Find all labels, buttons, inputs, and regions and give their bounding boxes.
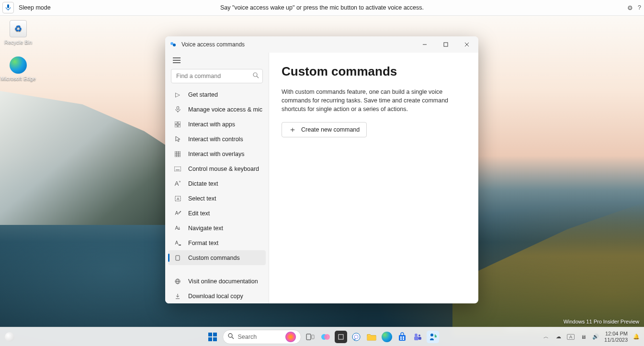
svg-point-51 xyxy=(418,335,420,336)
sidebar-item-label: Dictate text xyxy=(188,180,218,187)
voice-access-bar: Sleep mode Say "voice access wake up" or… xyxy=(0,0,644,16)
sidebar-item-edit-text[interactable]: Edit text xyxy=(165,206,269,221)
svg-point-54 xyxy=(430,334,433,336)
sidebar-item-docs[interactable]: Visit online documentation xyxy=(165,274,269,289)
sidebar-item-select-text[interactable]: ASelect text xyxy=(165,191,269,206)
svg-rect-55 xyxy=(435,335,436,337)
voice-access-hint: Say "voice access wake up" or press the … xyxy=(0,4,644,11)
svg-rect-31 xyxy=(208,333,212,336)
taskbar-app-widgets[interactable] xyxy=(335,331,347,343)
sidebar-item-interact-controls[interactable]: Interact with controls xyxy=(165,132,269,146)
sidebar-item-label: Format text xyxy=(188,240,218,246)
recycle-bin-icon: ♻ xyxy=(10,20,27,37)
svg-rect-3 xyxy=(444,43,448,46)
svg-rect-52 xyxy=(414,336,418,340)
apps-icon xyxy=(173,122,182,127)
page-title: Custom commands xyxy=(282,64,466,79)
tray-network-icon[interactable]: 🖥 xyxy=(579,334,587,340)
page-description: With custom commands feature, one can bu… xyxy=(282,88,466,113)
taskbar-app-copilot[interactable] xyxy=(319,331,332,343)
hamburger-button[interactable] xyxy=(168,55,185,66)
svg-point-35 xyxy=(228,334,232,337)
search-input[interactable] xyxy=(171,69,263,83)
sidebar-item-download[interactable]: Download local copy xyxy=(165,289,269,303)
svg-rect-37 xyxy=(306,334,311,340)
svg-point-40 xyxy=(324,334,330,340)
mic-toggle-button[interactable] xyxy=(2,2,14,13)
main-content: Custom commands With custom commands fea… xyxy=(269,53,478,303)
edge-icon xyxy=(382,332,392,342)
tray-language-icon[interactable]: A xyxy=(567,334,575,340)
windows-icon xyxy=(208,332,217,342)
sidebar-item-label: Custom commands xyxy=(188,255,240,261)
sidebar-item-get-started[interactable]: ▷Get started xyxy=(165,87,269,102)
taskbar-search-placeholder: Search xyxy=(238,334,257,340)
svg-rect-47 xyxy=(403,336,404,338)
sidebar: ▷Get started Manage voice access & mic I… xyxy=(165,53,269,303)
taskbar-search[interactable]: Search xyxy=(223,330,301,344)
window-title: Voice access commands xyxy=(181,41,245,48)
sidebar-item-label: Navigate text xyxy=(188,225,223,232)
mic-icon xyxy=(173,106,182,112)
desktop-icon-edge[interactable]: Microsoft Edge xyxy=(0,56,36,81)
custom-icon xyxy=(173,255,182,261)
svg-rect-53 xyxy=(418,337,421,340)
taskbar-clock[interactable]: 12:04 PM 11/1/2023 xyxy=(604,331,628,343)
create-button-label: Create new command xyxy=(301,126,360,133)
sidebar-item-interact-overlays[interactable]: Interact with overlays xyxy=(165,146,269,161)
sidebar-item-manage-mic[interactable]: Manage voice access & mic xyxy=(165,102,269,117)
sidebar-item-label: Get started xyxy=(188,91,218,98)
sidebar-item-format-text[interactable]: Format text xyxy=(165,235,269,250)
sidebar-item-navigate-text[interactable]: Navigate text xyxy=(165,221,269,235)
taskbar-app-teams[interactable] xyxy=(411,331,424,343)
select-text-icon: A xyxy=(173,196,182,201)
desktop-icon-label: Microsoft Edge xyxy=(0,76,36,81)
svg-rect-16 xyxy=(178,125,181,127)
help-icon[interactable]: ? xyxy=(638,4,641,11)
taskbar-app-chat[interactable] xyxy=(350,331,362,343)
taskbar-app-explorer[interactable] xyxy=(365,331,378,343)
sidebar-item-custom-commands[interactable]: Custom commands xyxy=(168,250,266,265)
task-view-button[interactable] xyxy=(304,331,316,343)
sidebar-item-control-mouse[interactable]: Control mouse & keyboard xyxy=(165,161,269,176)
search-icon[interactable] xyxy=(253,72,259,80)
search-icon xyxy=(228,333,234,341)
taskbar: Search ︿ ☁ A 🖥 🔊 12:04 PM 11/1/2023 🔔 xyxy=(0,327,644,346)
voice-access-commands-window: Voice access commands ▷Get started Manag… xyxy=(165,36,478,303)
taskbar-center: Search xyxy=(205,330,439,344)
window-titlebar[interactable]: Voice access commands xyxy=(165,36,478,53)
close-button[interactable] xyxy=(456,36,477,53)
svg-line-10 xyxy=(257,76,259,78)
format-icon xyxy=(173,240,182,246)
svg-point-0 xyxy=(170,42,173,45)
task-view-icon xyxy=(306,334,315,340)
desktop-icon-label: Recycle Bin xyxy=(0,39,36,45)
desktop-icon-recycle-bin[interactable]: ♻ Recycle Bin xyxy=(0,20,36,45)
taskbar-app-store[interactable] xyxy=(396,331,408,343)
tray-onedrive-icon[interactable]: ☁ xyxy=(554,334,562,340)
tray-chevron-up-icon[interactable]: ︿ xyxy=(542,333,550,340)
play-icon: ▷ xyxy=(173,91,182,98)
svg-rect-46 xyxy=(400,336,402,338)
svg-rect-27 xyxy=(176,256,180,260)
taskbar-weather[interactable] xyxy=(5,332,14,342)
taskbar-tray: ︿ ☁ A 🖥 🔊 12:04 PM 11/1/2023 🔔 xyxy=(542,331,640,343)
sidebar-item-label: Edit text xyxy=(188,210,210,217)
create-new-command-button[interactable]: ＋ Create new command xyxy=(282,122,367,137)
minimize-button[interactable] xyxy=(414,36,435,53)
start-button[interactable] xyxy=(205,330,220,344)
maximize-button[interactable] xyxy=(435,36,456,53)
tray-volume-icon[interactable]: 🔊 xyxy=(592,334,599,340)
svg-line-36 xyxy=(232,337,234,339)
svg-rect-22 xyxy=(174,167,181,171)
svg-rect-13 xyxy=(175,122,177,124)
settings-icon[interactable]: ⚙ xyxy=(627,4,633,11)
svg-rect-38 xyxy=(312,335,314,339)
taskbar-app-voice-access[interactable] xyxy=(427,331,439,343)
tray-notifications-icon[interactable]: 🔔 xyxy=(633,334,640,340)
navigate-icon xyxy=(173,225,182,231)
sidebar-item-label: Control mouse & keyboard xyxy=(188,166,259,172)
sidebar-item-interact-apps[interactable]: Interact with apps xyxy=(165,117,269,132)
taskbar-app-edge[interactable] xyxy=(381,331,393,343)
sidebar-item-dictate[interactable]: A»Dictate text xyxy=(165,176,269,191)
